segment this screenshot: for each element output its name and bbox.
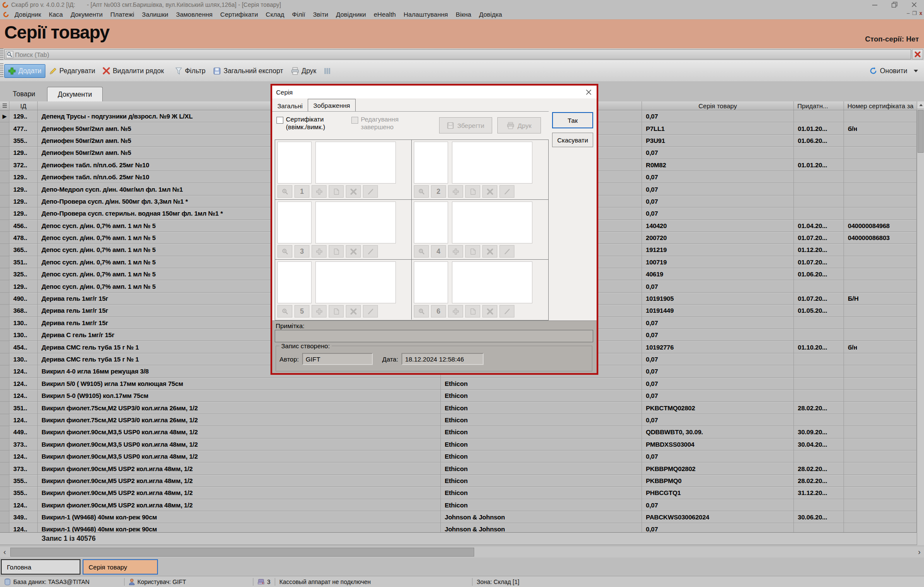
header-id[interactable]: ІД — [9, 101, 38, 110]
cell-series[interactable]: 0,07 — [642, 523, 794, 532]
scroll-right-arrow[interactable]: › — [915, 547, 924, 557]
cell-cert[interactable] — [844, 135, 917, 146]
cell-expiry[interactable] — [794, 365, 844, 377]
menu-item-14[interactable]: Довідка — [475, 10, 506, 19]
minimize-button[interactable] — [865, 0, 885, 9]
cell-id[interactable]: 351.. — [9, 256, 38, 268]
cell-id[interactable]: 490.. — [9, 293, 38, 304]
cell-series[interactable]: R0M82 — [642, 159, 794, 171]
cell-id[interactable]: 355.. — [9, 487, 38, 498]
cell-cert[interactable] — [844, 256, 917, 268]
cell-cert[interactable] — [844, 487, 917, 498]
print-button[interactable]: Друк — [287, 64, 321, 78]
cell-cert[interactable] — [844, 511, 917, 523]
vertical-scroll-thumb[interactable] — [918, 110, 924, 153]
cell-series[interactable]: 200720 — [642, 232, 794, 243]
table-row[interactable]: 124..Викрил 5-0 (W9105) кол.17мм 75смEth… — [0, 390, 924, 402]
cell-expiry[interactable]: 01.10.20... — [794, 341, 844, 353]
cell-id[interactable]: 124.. — [9, 365, 38, 377]
cell-id[interactable]: 456.. — [9, 220, 38, 231]
cell-expiry[interactable] — [794, 390, 844, 401]
cell-id[interactable]: 124.. — [9, 390, 38, 401]
cell-expiry[interactable]: 01.04.20... — [794, 220, 844, 231]
dialog-tab-images[interactable]: Зображення — [308, 99, 356, 112]
cell-expiry[interactable]: 01.07.20... — [794, 256, 844, 268]
checkbox-box[interactable] — [276, 117, 283, 124]
cell-cert[interactable] — [844, 268, 917, 280]
cell-expiry[interactable]: 01.12.20... — [794, 244, 844, 255]
cell-expiry[interactable] — [794, 183, 844, 195]
cell-series[interactable]: 40619 — [642, 268, 794, 280]
cell-cert[interactable] — [844, 499, 917, 511]
tab-tovary[interactable]: Товари — [3, 87, 45, 101]
cell-producer[interactable]: Ethicon — [441, 475, 642, 486]
cell-series[interactable]: 0,07 — [642, 353, 794, 365]
cell-series[interactable]: PKBCTMQ02802 — [642, 402, 794, 413]
table-row[interactable]: 351..Викрил фиолет.75см,М2 USP3/0 кол.иг… — [0, 402, 924, 414]
menu-item-12[interactable]: Налаштування — [400, 10, 452, 19]
cell-id[interactable]: 129.. — [9, 183, 38, 195]
cell-expiry[interactable]: 30.06.20... — [794, 511, 844, 523]
dialog-close-button[interactable] — [583, 87, 594, 97]
ok-button[interactable]: Так — [552, 112, 593, 128]
cell-cert[interactable] — [844, 451, 917, 462]
cell-expiry[interactable]: 28.02.20... — [794, 402, 844, 413]
cell-cert[interactable] — [844, 402, 917, 413]
cell-id[interactable]: 325.. — [9, 268, 38, 280]
cell-expiry[interactable]: 01.06.20... — [794, 135, 844, 146]
cell-id[interactable]: 124.. — [9, 523, 38, 532]
menu-item-9[interactable]: Звіти — [309, 10, 332, 19]
cell-series[interactable]: P3U91 — [642, 135, 794, 146]
cell-expiry[interactable] — [794, 499, 844, 511]
cell-id[interactable]: 477.. — [9, 122, 38, 134]
cell-name[interactable]: Викрил фиолет.90см,М5 USP2 кол.игла 48мм… — [38, 487, 441, 498]
cell-series[interactable]: P7LL1 — [642, 122, 794, 134]
cell-series[interactable]: PKBBPMQ02802 — [642, 462, 794, 474]
cell-series[interactable]: 0,07 — [642, 378, 794, 389]
cell-series[interactable]: 0,07 — [642, 451, 794, 462]
cell-producer[interactable]: Ethicon — [441, 378, 642, 389]
cell-expiry[interactable] — [794, 280, 844, 292]
cell-series[interactable]: 0,07 — [642, 196, 794, 207]
export-button[interactable]: Загальний експорт — [209, 64, 287, 78]
menu-item-10[interactable]: Довідники — [332, 10, 370, 19]
cell-expiry[interactable] — [794, 317, 844, 329]
cell-expiry[interactable]: 01.01.20... — [794, 122, 844, 134]
header-expiry[interactable]: Придатн... — [794, 101, 844, 110]
cell-cert[interactable] — [844, 110, 917, 122]
cell-id[interactable]: 478.. — [9, 232, 38, 243]
cell-cert[interactable] — [844, 329, 917, 341]
header-series[interactable]: Серія товару — [642, 101, 794, 110]
cell-id[interactable]: 130.. — [9, 353, 38, 365]
cell-series[interactable]: 0,07 — [642, 171, 794, 183]
cell-expiry[interactable] — [794, 147, 844, 158]
cell-id[interactable]: 129.. — [9, 110, 38, 122]
cell-expiry[interactable]: 30.09.20... — [794, 426, 844, 438]
cell-expiry[interactable] — [794, 523, 844, 532]
cell-cert[interactable] — [844, 208, 917, 219]
table-row[interactable]: 355..Викрил фиолет.90см,М5 USP2 кол.игла… — [0, 475, 924, 487]
cell-cert[interactable] — [844, 523, 917, 532]
cell-producer[interactable]: Ethicon — [441, 487, 642, 498]
cell-id[interactable]: 373.. — [9, 462, 38, 474]
cell-name[interactable]: Викрил 5/0 ( W9105) игла 17мм колющая 75… — [38, 378, 441, 389]
cell-series[interactable]: 10191905 — [642, 293, 794, 304]
cell-cert[interactable] — [844, 317, 917, 329]
cell-name[interactable]: Викрил фиолет.90см,М5 USP2 кол.игла 48мм… — [38, 499, 441, 511]
certificates-checkbox[interactable]: Сертифікати(ввімк./вимк.) — [276, 116, 325, 131]
table-row[interactable]: 373..Викрил фиолет.90см,М5 USP2 кол.игла… — [0, 462, 924, 474]
table-row[interactable]: 124..Викрил фиолет.90см,М5 USP2 кол.игла… — [0, 499, 924, 511]
cell-id[interactable]: 372.. — [9, 159, 38, 171]
cell-name[interactable]: Викрил фиолет.90см,М5 USP2 кол.игла 48мм… — [38, 475, 441, 486]
refresh-button[interactable]: Оновити — [865, 64, 911, 78]
cell-name[interactable]: Викрил фиолет.75см,М2 USP3/0 кол.игла 26… — [38, 414, 441, 426]
cell-series[interactable]: PKBBPMQ0 — [642, 475, 794, 486]
cell-cert[interactable] — [844, 439, 917, 450]
menu-item-3[interactable]: Платежі — [107, 10, 138, 19]
cell-series[interactable]: 100719 — [642, 256, 794, 268]
cell-id[interactable]: 373.. — [9, 439, 38, 450]
cell-expiry[interactable] — [794, 414, 844, 426]
mdi-minimize-icon[interactable]: – — [907, 10, 910, 16]
cell-name[interactable]: Викрил 5-0 (W9105) кол.17мм 75см — [38, 390, 441, 401]
cell-expiry[interactable] — [794, 378, 844, 389]
